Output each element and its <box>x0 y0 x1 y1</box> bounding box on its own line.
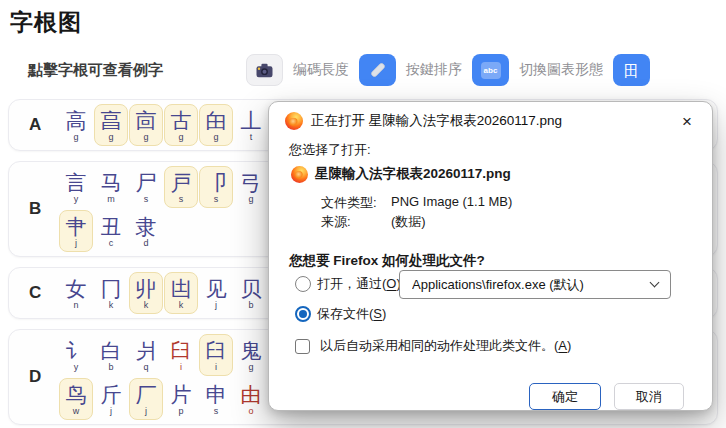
ok-button[interactable]: 确定 <box>529 383 601 410</box>
radical-code: g <box>178 132 183 142</box>
radical-char: 由 <box>241 383 262 406</box>
radical-chip[interactable]: 言y <box>59 166 93 208</box>
row-letter: B <box>29 199 59 219</box>
radical-chip[interactable]: 片p <box>164 378 198 420</box>
radical-char: 讠 <box>66 339 87 362</box>
open-with-label: 打开，通过(O) <box>317 275 401 293</box>
camera-icon <box>256 63 273 78</box>
dialog-question: 您想要 Firefox 如何处理此文件? <box>289 252 485 270</box>
radical-chip[interactable]: 贝b <box>234 272 268 314</box>
radical-chip[interactable]: 鬼g <box>234 334 268 376</box>
radical-char: 片 <box>171 383 192 406</box>
radical-chip[interactable]: 鸟w <box>59 378 93 420</box>
radical-code: p <box>178 406 183 416</box>
radical-chip[interactable]: 厂j <box>129 378 163 420</box>
radical-char: 女 <box>66 277 87 300</box>
radical-code: s <box>179 194 184 204</box>
radical-chip[interactable]: 申s <box>199 378 233 420</box>
radical-char: 申 <box>206 383 227 406</box>
key-sort-button[interactable]: abc <box>472 54 509 86</box>
file-row: 星陳輸入法字根表20260117.png <box>291 165 511 183</box>
radical-chip[interactable]: 女n <box>59 272 93 314</box>
save-file-choice: 保存文件(S) <box>295 305 386 323</box>
radical-chip[interactable]: 弓g <box>234 166 268 208</box>
radical-chip[interactable]: 隶d <box>129 210 163 252</box>
radical-chip[interactable]: 斤j <box>94 378 128 420</box>
toolbar: 编碼長度 按鍵排序 abc 切換圖表形態 田 <box>246 54 650 86</box>
toolbar-label-code-length: 编碼長度 <box>293 61 349 79</box>
radical-code: g <box>213 132 218 142</box>
radio-save-file[interactable] <box>295 306 311 322</box>
cancel-button[interactable]: 取消 <box>614 383 684 410</box>
radical-char: 尸 <box>136 171 157 194</box>
radical-chip[interactable]: 高g <box>59 104 93 146</box>
radical-char: 㐭 <box>136 109 157 132</box>
screenshot-button[interactable] <box>246 54 283 86</box>
radical-chip[interactable]: 亯g <box>94 104 128 146</box>
remember-checkbox[interactable] <box>295 339 310 354</box>
radical-chip[interactable]: 丑c <box>94 210 128 252</box>
chevron-down-icon <box>650 278 660 288</box>
radical-code: s <box>214 406 219 416</box>
code-length-button[interactable] <box>359 54 396 86</box>
radical-char: 丄 <box>241 109 262 132</box>
radical-chip[interactable]: 讠y <box>59 334 93 376</box>
radical-char: 甶 <box>206 109 227 132</box>
radical-chip[interactable]: 白b <box>94 334 128 376</box>
radical-code: j <box>145 406 147 416</box>
radical-chip[interactable]: 肀j <box>59 210 93 252</box>
open-with-choice: 打开，通过(O) <box>295 275 401 293</box>
row-letter: C <box>29 283 59 303</box>
radical-char: 肀 <box>66 215 87 238</box>
radical-chip[interactable]: 丱k <box>129 272 163 314</box>
radical-chip[interactable]: 戸s <box>164 166 198 208</box>
radical-code: y <box>74 362 79 372</box>
radical-code: g <box>143 132 148 142</box>
file-source-value: (数据) <box>391 213 426 231</box>
radical-chip[interactable]: 尸s <box>129 166 163 208</box>
dialog-intro: 您选择了打开: <box>289 141 371 159</box>
radical-chip[interactable]: 凷k <box>164 272 198 314</box>
radical-code: y <box>74 194 79 204</box>
radical-chip[interactable]: 见j <box>199 272 233 314</box>
radical-code: g <box>248 194 253 204</box>
download-dialog: 正在打开 星陳輸入法字根表20260117.png × 您选择了打开: 星陳輸入… <box>268 101 713 411</box>
radical-code: o <box>248 406 253 416</box>
dialog-title-text: 正在打开 星陳輸入法字根表20260117.png <box>311 112 562 130</box>
radical-char: 鸟 <box>66 383 87 406</box>
radical-code: k <box>179 300 184 310</box>
file-source-row: 来源: (数据) <box>321 213 426 231</box>
radical-chip[interactable]: 臼i <box>199 334 233 376</box>
chart-mode-button[interactable]: 田 <box>613 54 650 86</box>
radical-chip[interactable]: 冂k <box>94 272 128 314</box>
close-icon[interactable]: × <box>674 110 700 134</box>
radical-chip[interactable]: 马m <box>94 166 128 208</box>
radical-chip[interactable]: 古g <box>164 104 198 146</box>
radical-char: 臼 <box>171 339 192 362</box>
application-select[interactable]: Applications\firefox.exe (默认) <box>399 270 671 299</box>
radical-char: 贝 <box>241 277 262 300</box>
radical-char: 冂 <box>101 277 122 300</box>
radical-code: t <box>250 132 253 142</box>
radical-chip[interactable]: 㐭g <box>129 104 163 146</box>
radio-open-with[interactable] <box>295 276 311 292</box>
radical-code: n <box>73 300 78 310</box>
dialog-title: 正在打开 星陳輸入法字根表20260117.png <box>285 112 668 130</box>
radical-char: 弓 <box>241 171 262 194</box>
toolbar-label-key-sort: 按鍵排序 <box>406 61 462 79</box>
radical-chip[interactable]: 甶g <box>199 104 233 146</box>
radical-code: j <box>110 406 112 416</box>
radical-chip[interactable]: 臼i <box>164 334 198 376</box>
radical-chip[interactable]: 由o <box>234 378 268 420</box>
radical-code: j <box>215 300 217 310</box>
radical-chip[interactable]: 卩s <box>199 166 233 208</box>
application-select-value: Applications\firefox.exe (默认) <box>412 276 651 294</box>
toolbar-label-toggle-chart: 切換圖表形態 <box>519 61 603 79</box>
file-type-label: 文件类型: <box>321 194 391 212</box>
radical-char: 戸 <box>171 171 192 194</box>
radical-code: d <box>143 238 148 248</box>
radical-code: k <box>109 300 114 310</box>
radical-char: 凷 <box>171 277 192 300</box>
radical-chip[interactable]: 丄t <box>234 104 268 146</box>
radical-chip[interactable]: 爿q <box>129 334 163 376</box>
